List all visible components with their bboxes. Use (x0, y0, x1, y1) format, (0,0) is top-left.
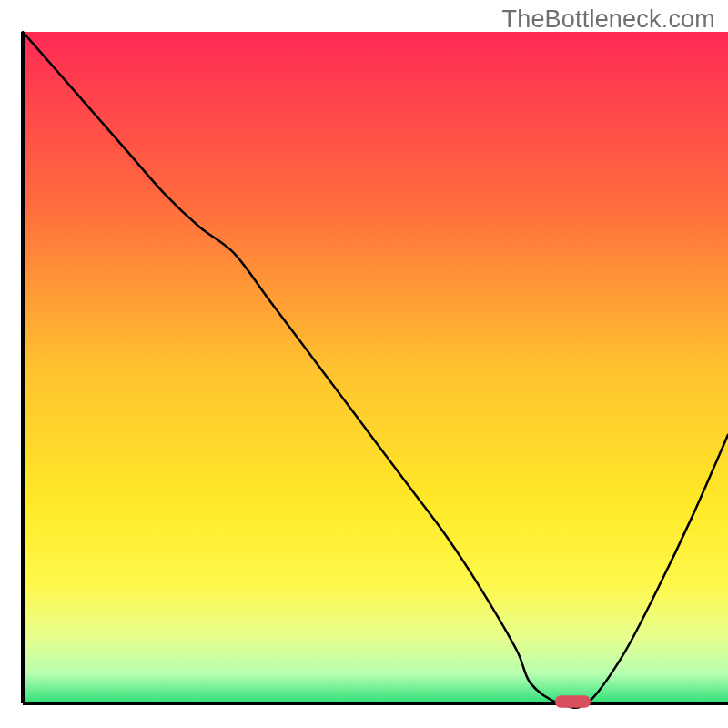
chart-svg (0, 0, 728, 728)
plot-background (23, 32, 728, 703)
bottleneck-chart: TheBottleneck.com (0, 0, 728, 728)
optimal-point-marker (555, 695, 591, 707)
watermark-text: TheBottleneck.com (501, 5, 715, 34)
